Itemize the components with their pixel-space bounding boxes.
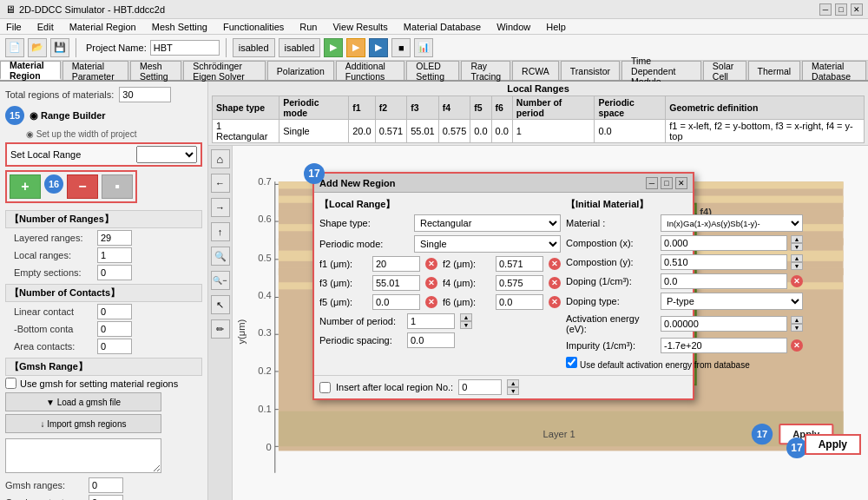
f5-input[interactable]: [372, 294, 420, 310]
import-gmsh-button[interactable]: ↓ Import gmsh regions: [5, 414, 161, 433]
disabled-btn1[interactable]: isabled: [233, 38, 275, 57]
f6-clear-button[interactable]: ✕: [549, 296, 561, 308]
gmsh-contacts-input[interactable]: [89, 495, 123, 500]
bottom-contact-input[interactable]: [97, 321, 132, 337]
set-local-range-select[interactable]: [136, 146, 197, 163]
insert-checkbox[interactable]: [319, 382, 331, 393]
area-contacts-input[interactable]: [97, 339, 132, 354]
f5-clear-button[interactable]: ✕: [425, 296, 437, 308]
f3-input[interactable]: [372, 275, 420, 291]
tab-rcwa[interactable]: RCWA: [512, 61, 559, 80]
menu-functionalities[interactable]: Functionalities: [220, 22, 286, 32]
cursor-icon[interactable]: ↖: [211, 295, 230, 314]
menu-mesh-setting[interactable]: Mesh Setting: [149, 22, 210, 32]
load-gmsh-button[interactable]: ▼ Load a gmsh file: [5, 392, 161, 411]
linear-contact-input[interactable]: [97, 304, 132, 319]
arrow-up-icon[interactable]: ↑: [211, 222, 230, 241]
shape-type-select[interactable]: Rectangular: [414, 214, 561, 232]
play-button1[interactable]: ▶: [324, 38, 343, 57]
f1-input[interactable]: [372, 256, 420, 272]
tab-solar[interactable]: Solar Cell: [703, 61, 746, 80]
set-width-link[interactable]: ◉ Set up the width of project: [26, 129, 136, 139]
menu-help[interactable]: Help: [543, 22, 569, 32]
material-select[interactable]: In(x)Ga(1-x)As(y)Sb(1-y)-: [661, 214, 803, 232]
num-period-up[interactable]: ▲: [460, 313, 472, 321]
insert-up[interactable]: ▲: [507, 379, 519, 387]
dialog-close-button[interactable]: ✕: [675, 177, 687, 189]
add-range-button[interactable]: +: [10, 174, 41, 199]
composition-x-input[interactable]: [661, 235, 787, 251]
menu-edit[interactable]: Edit: [35, 22, 56, 32]
tab-time[interactable]: Time Dependent Module: [621, 61, 701, 80]
menu-file[interactable]: File: [3, 22, 24, 32]
activation-down[interactable]: ▼: [791, 324, 803, 332]
maximize-button[interactable]: □: [835, 3, 847, 16]
zoom-in-icon[interactable]: 🔍: [211, 247, 230, 266]
activation-up[interactable]: ▲: [791, 316, 803, 324]
menu-run[interactable]: Run: [297, 22, 319, 32]
tab-polarization[interactable]: Polarization: [267, 61, 334, 80]
impurity-input[interactable]: [661, 338, 787, 353]
menu-window[interactable]: Window: [494, 22, 533, 32]
remove-range-button[interactable]: −: [67, 174, 98, 199]
menu-material-region[interactable]: Material Region: [67, 22, 139, 32]
pencil-icon[interactable]: ✏: [211, 319, 230, 339]
comp-y-up[interactable]: ▲: [791, 254, 803, 262]
num-period-input[interactable]: [407, 313, 455, 329]
close-button[interactable]: ✕: [851, 3, 863, 16]
comp-y-down[interactable]: ▼: [791, 262, 803, 270]
dialog-min-button[interactable]: ─: [646, 177, 658, 189]
comp-x-down[interactable]: ▼: [791, 243, 803, 251]
num-period-down[interactable]: ▼: [460, 321, 472, 329]
save-button[interactable]: 💾: [50, 38, 69, 57]
menu-view-results[interactable]: View Results: [330, 22, 390, 32]
apply-button[interactable]: Apply: [805, 434, 861, 455]
periodic-spacing-input[interactable]: [407, 332, 455, 348]
tab-oled[interactable]: OLED Setting: [406, 61, 459, 80]
disabled-btn2[interactable]: isabled: [279, 38, 321, 57]
tab-mesh-setting[interactable]: Mesh Setting: [130, 61, 181, 80]
f2-input[interactable]: [496, 256, 543, 272]
periodic-mode-select[interactable]: Single: [414, 235, 561, 253]
minimize-button[interactable]: ─: [819, 3, 832, 16]
arrow-right-icon[interactable]: →: [211, 198, 230, 217]
f4-clear-button[interactable]: ✕: [549, 277, 561, 289]
insert-input[interactable]: [458, 379, 502, 395]
f6-input[interactable]: [496, 294, 543, 310]
layered-ranges-input[interactable]: [97, 230, 132, 246]
gmsh-ranges-input[interactable]: [89, 477, 123, 493]
zoom-out-icon[interactable]: 🔍−: [211, 271, 230, 290]
doping-type-select[interactable]: P-type N-type: [661, 293, 803, 310]
dialog-max-button[interactable]: □: [661, 177, 673, 189]
new-button[interactable]: 📄: [5, 38, 24, 57]
home-icon[interactable]: ⌂: [211, 149, 230, 168]
f3-clear-button[interactable]: ✕: [425, 277, 437, 289]
gmsh-textarea[interactable]: [5, 438, 161, 473]
menu-material-database[interactable]: Material Database: [401, 22, 483, 32]
tab-material-db[interactable]: Material Database: [802, 61, 866, 80]
chart-button[interactable]: 📊: [414, 38, 433, 57]
doping-input[interactable]: [661, 273, 787, 289]
tab-thermal[interactable]: Thermal: [748, 61, 801, 80]
insert-down[interactable]: ▼: [507, 387, 519, 395]
tab-material-parameter[interactable]: Material Parameter: [62, 61, 128, 80]
use-gmsh-checkbox[interactable]: [5, 378, 16, 389]
arrow-left-icon[interactable]: ←: [211, 174, 230, 193]
tab-material-region[interactable]: Material Region: [0, 61, 61, 80]
activation-input[interactable]: [661, 316, 787, 332]
total-regions-input[interactable]: [119, 87, 171, 102]
play-button2[interactable]: ▶: [346, 38, 365, 57]
play-button3[interactable]: ▶: [369, 38, 388, 57]
f1-clear-button[interactable]: ✕: [425, 258, 437, 270]
f4-input[interactable]: [496, 275, 543, 291]
comp-x-up[interactable]: ▲: [791, 235, 803, 243]
tab-transistor[interactable]: Transistor: [561, 61, 620, 80]
open-button[interactable]: 📂: [28, 38, 47, 57]
tab-ray[interactable]: Ray Tracing: [461, 61, 510, 80]
impurity-clear-button[interactable]: ✕: [791, 339, 803, 352]
tab-schrodinger[interactable]: Schrödinger Eigen Solver: [183, 61, 266, 80]
stop-button[interactable]: ■: [391, 38, 411, 57]
doping-clear-button[interactable]: ✕: [791, 275, 803, 287]
local-ranges-input[interactable]: [97, 247, 132, 263]
gray-button[interactable]: ▪: [102, 174, 133, 199]
